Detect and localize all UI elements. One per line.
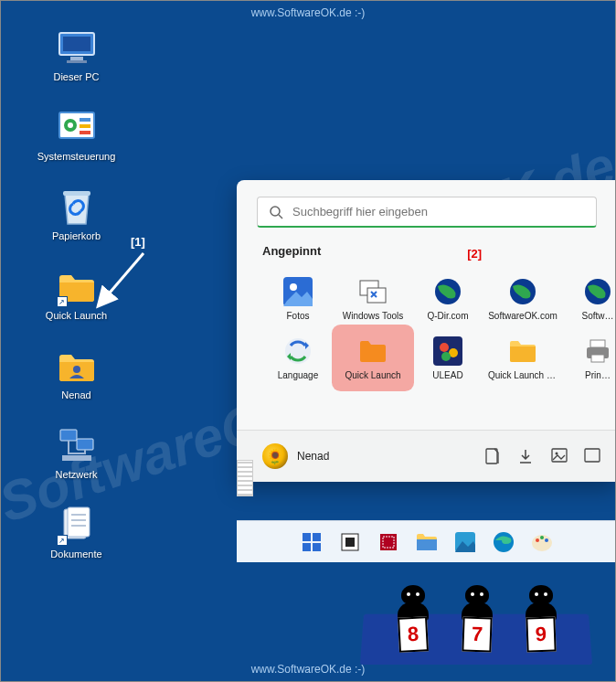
pinned-softwareok[interactable]: SoftwareOK.com xyxy=(487,271,558,326)
pinned-softw[interactable]: Softw… xyxy=(562,271,616,326)
desktop-icon-systemsteuerung[interactable]: Systemsteuerung xyxy=(33,108,120,162)
pinned-quick-launch-2[interactable]: Quick Launch (2) xyxy=(487,330,558,386)
score-card: 8 xyxy=(398,616,429,653)
svg-point-6 xyxy=(68,123,73,128)
search-icon xyxy=(269,205,283,219)
svg-rect-34 xyxy=(433,336,462,366)
user-folder-icon xyxy=(57,346,97,387)
desktop-icons-column: Dieser PC Systemsteuerung Papierkorb ↗ Q… xyxy=(33,28,120,559)
pinned-grid: Fotos Windows Tools Q-Dir.com SoftwareOK… xyxy=(262,271,591,386)
shortcut-badge-icon: ↗ xyxy=(57,296,68,307)
svg-rect-2 xyxy=(70,57,83,60)
folder-icon xyxy=(357,336,388,367)
recycle-bin-icon xyxy=(57,187,97,228)
pictures-action-icon[interactable] xyxy=(551,448,568,464)
pinned-label: ULEAD xyxy=(432,370,462,380)
desktop-icon-quick-launch[interactable]: ↗ Quick Launch xyxy=(33,267,120,321)
pinned-prin[interactable]: Prin… xyxy=(562,330,616,386)
watermark-bottom: www.SoftwareOK.de :-) xyxy=(251,663,366,676)
control-panel-icon xyxy=(57,108,97,148)
svg-rect-44 xyxy=(585,449,600,462)
pinned-label: Quick Launch (2) xyxy=(488,370,558,380)
desktop-icon-label: Dieser PC xyxy=(53,71,99,82)
svg-rect-50 xyxy=(345,538,355,547)
search-bar[interactable] xyxy=(257,197,597,228)
judges-cartoon: 8 7 9 xyxy=(362,546,600,665)
score-card: 9 xyxy=(526,616,556,652)
pinned-label: Q-Dir.com xyxy=(428,311,469,321)
pc-icon xyxy=(57,28,97,69)
documents-action-icon[interactable] xyxy=(485,448,502,464)
desktop-icon-papierkorb[interactable]: Papierkorb xyxy=(33,187,120,241)
pinned-language[interactable]: Language xyxy=(262,330,334,386)
svg-rect-8 xyxy=(80,124,90,128)
svg-rect-46 xyxy=(313,533,321,541)
globe-recycle-icon xyxy=(282,336,313,367)
desktop-icon-dieser-pc[interactable]: Dieser PC xyxy=(33,28,120,82)
pinned-quick-launch[interactable]: Quick Launch xyxy=(337,330,409,386)
pinned-label: Fotos xyxy=(286,311,309,321)
start-icon[interactable] xyxy=(298,528,325,556)
pinned-label: Language xyxy=(278,370,319,380)
pinned-title: Angepinnt xyxy=(262,244,321,258)
user-name[interactable]: Nenad xyxy=(297,450,329,463)
pinned-windows-tools[interactable]: Windows Tools xyxy=(337,271,409,326)
svg-rect-1 xyxy=(63,37,90,51)
pinned-qdir[interactable]: Q-Dir.com xyxy=(412,271,483,326)
user-avatar-icon[interactable]: 🌻 xyxy=(262,443,288,469)
desktop-icon-dokumente[interactable]: ↗ Dokumente xyxy=(33,506,120,559)
svg-rect-16 xyxy=(68,507,90,537)
svg-rect-9 xyxy=(80,131,90,134)
shortcut-badge-icon: ↗ xyxy=(57,535,68,546)
pinned-label: SoftwareOK.com xyxy=(488,311,558,321)
svg-rect-7 xyxy=(80,118,90,122)
desktop-icon-label: Papierkorb xyxy=(52,230,101,241)
desktop-icon-label: Quick Launch xyxy=(46,310,107,321)
download-action-icon[interactable] xyxy=(518,448,535,464)
desktop-icon-nenad[interactable]: Nenad xyxy=(33,346,120,400)
judge-2: 7 xyxy=(451,585,502,621)
svg-rect-12 xyxy=(60,430,77,441)
svg-rect-48 xyxy=(313,543,321,551)
score-card: 7 xyxy=(462,616,492,652)
side-strip xyxy=(237,460,253,496)
svg-point-58 xyxy=(540,536,544,539)
svg-rect-47 xyxy=(303,543,311,551)
network-icon xyxy=(57,426,97,466)
ulead-icon xyxy=(432,336,463,367)
annotation-2: [2] xyxy=(467,247,482,261)
svg-line-22 xyxy=(279,215,282,218)
svg-rect-45 xyxy=(303,533,311,541)
globe-icon xyxy=(507,276,538,307)
svg-rect-38 xyxy=(590,340,605,347)
svg-point-37 xyxy=(441,352,451,361)
pinned-label: Prin… xyxy=(585,370,611,380)
search-input[interactable] xyxy=(292,205,585,218)
svg-point-57 xyxy=(536,538,539,542)
svg-rect-10 xyxy=(63,191,90,196)
watermark-top: www.SoftwareOK.de :-) xyxy=(251,6,366,19)
desktop-icon-label: Dokumente xyxy=(50,549,101,559)
globe-icon xyxy=(582,276,613,307)
svg-point-35 xyxy=(440,343,449,352)
photos-icon xyxy=(282,276,313,307)
judge-1: 8 xyxy=(388,585,438,621)
printer-icon xyxy=(582,336,613,367)
pinned-ulead[interactable]: ULEAD xyxy=(412,330,483,386)
user-actions xyxy=(485,448,600,464)
pinned-label: Windows Tools xyxy=(343,311,404,321)
settings-action-icon[interactable] xyxy=(584,448,600,464)
desktop-icon-netzwerk[interactable]: Netzwerk xyxy=(33,426,120,480)
judge-3: 9 xyxy=(515,585,566,621)
folder-icon xyxy=(507,336,538,367)
svg-rect-13 xyxy=(77,439,93,450)
svg-point-21 xyxy=(271,207,280,216)
pinned-fotos[interactable]: Fotos xyxy=(262,271,334,326)
windows-tools-icon xyxy=(357,276,388,307)
task-black-icon[interactable] xyxy=(336,528,364,556)
svg-rect-3 xyxy=(67,60,87,63)
pinned-section: Angepinnt [2] Fotos Windows Tools Q-Dir.… xyxy=(237,235,616,404)
svg-rect-41 xyxy=(486,449,497,464)
svg-point-43 xyxy=(556,453,558,455)
desktop-icon-label: Nenad xyxy=(61,389,90,400)
